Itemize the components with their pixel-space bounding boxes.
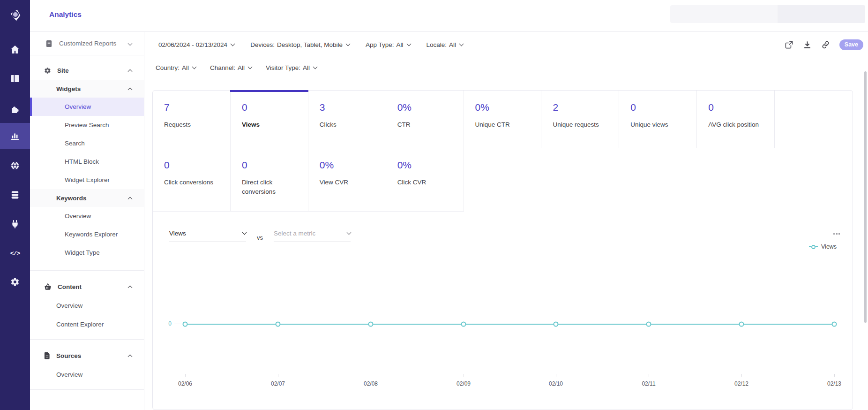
- blurred-account-area: [670, 5, 865, 23]
- download-button[interactable]: [803, 40, 812, 49]
- sidebar-item-preview-search[interactable]: Preview Search: [30, 116, 144, 134]
- sidebar-item-widget-type[interactable]: Widget Type: [30, 243, 144, 262]
- data-point-marker: [832, 322, 837, 327]
- metric-label: Views: [242, 120, 297, 129]
- download-icon: [803, 40, 812, 49]
- views-series-line: [185, 324, 834, 325]
- locale-filter-value: All: [449, 41, 456, 48]
- sidebar-item-content-overview[interactable]: Overview: [30, 296, 144, 315]
- icon-rail: </>: [0, 0, 30, 410]
- channel-filter-label: Channel:: [210, 64, 235, 71]
- sidebar-section-content[interactable]: Content: [30, 277, 144, 296]
- nav-home[interactable]: [0, 36, 30, 62]
- metric-value: 3: [320, 102, 379, 113]
- devices-filter-label: Devices:: [250, 41, 275, 48]
- nav-analytics[interactable]: [0, 123, 30, 149]
- metric-card-clicks[interactable]: 3 Clicks: [308, 91, 386, 148]
- metric-label: Unique CTR: [475, 120, 531, 129]
- nav-locales[interactable]: [0, 152, 30, 179]
- chevron-down-icon: [313, 65, 317, 69]
- locale-filter[interactable]: Locale: All: [427, 41, 464, 48]
- channel-filter[interactable]: Channel: All: [210, 64, 252, 71]
- metric-card-direct-click-conversions[interactable]: 0 Direct click conversions: [231, 148, 308, 212]
- country-filter-value: All: [182, 64, 189, 71]
- chevron-up-icon: [128, 197, 133, 201]
- sidebar-divider: [30, 270, 144, 271]
- x-axis-label: 02/06: [178, 380, 192, 387]
- save-button[interactable]: Save: [839, 39, 863, 50]
- chevron-up-icon: [128, 87, 133, 92]
- visitor-type-filter[interactable]: Visitor Type: All: [266, 64, 317, 71]
- metric-label: Unique views: [630, 120, 686, 129]
- metric-card-avg-click-position[interactable]: 0 AVG click position: [697, 91, 775, 148]
- sidebar-item-sources-overview[interactable]: Overview: [30, 365, 144, 384]
- nav-developer[interactable]: </>: [0, 240, 30, 266]
- copy-link-button[interactable]: [821, 40, 831, 49]
- more-options-icon: [833, 233, 835, 235]
- y-axis-tick: 0: [162, 320, 172, 327]
- metric-card-unique-requests[interactable]: 2 Unique requests: [541, 91, 619, 148]
- compare-metric-select[interactable]: Select a metric: [274, 230, 351, 242]
- data-point-marker: [554, 322, 559, 327]
- metric-value: 0: [242, 102, 301, 113]
- y-axis-dash: [174, 324, 181, 324]
- share-button[interactable]: [785, 40, 794, 49]
- nav-layout[interactable]: [0, 65, 30, 91]
- sidebar-item-search[interactable]: Search: [30, 134, 144, 152]
- sidebar-item-widget-explorer[interactable]: Widget Explorer: [30, 171, 144, 189]
- item-label: Preview Search: [65, 121, 109, 129]
- sidebar-section-sources[interactable]: Sources: [30, 346, 144, 365]
- sidebar-item-html-block[interactable]: HTML Block: [30, 152, 144, 171]
- metric-card-views[interactable]: 0 Views: [231, 91, 308, 148]
- database-icon: [10, 190, 20, 199]
- home-icon: [10, 45, 20, 54]
- legend-item-views[interactable]: Views: [809, 243, 837, 250]
- metric-value: 2: [553, 102, 612, 113]
- share-icon: [785, 40, 793, 49]
- nav-settings[interactable]: [0, 269, 30, 295]
- puzzle-icon: [10, 104, 20, 114]
- nav-data[interactable]: [0, 182, 30, 208]
- chevron-up-icon: [128, 285, 133, 290]
- metric-card-ctr[interactable]: 0% CTR: [386, 91, 464, 148]
- sidebar-item-keywords-overview[interactable]: Overview: [30, 207, 144, 225]
- sidebar-item-content-explorer[interactable]: Content Explorer: [30, 315, 144, 334]
- data-point-marker: [646, 322, 651, 327]
- country-filter[interactable]: Country: All: [156, 64, 196, 71]
- nav-widgets[interactable]: [0, 96, 30, 122]
- data-point-marker: [739, 322, 744, 327]
- metric-card-click-conversions[interactable]: 0 Click conversions: [153, 148, 231, 212]
- metric-card-unique-ctr[interactable]: 0% Unique CTR: [464, 91, 542, 148]
- x-axis-tick: [834, 374, 835, 377]
- metric-card-click-cvr[interactable]: 0% Click CVR: [386, 148, 464, 212]
- metric-value: 0: [242, 159, 301, 171]
- filter-toolbar: 02/06/2024 - 02/13/2024 Devices: Desktop…: [144, 32, 868, 57]
- vs-label: vs: [257, 234, 263, 241]
- x-axis-label: 02/12: [734, 380, 748, 387]
- nav-integrations[interactable]: [0, 211, 30, 237]
- app-type-filter[interactable]: App Type: All: [366, 41, 411, 48]
- app-logo[interactable]: [0, 1, 30, 29]
- sidebar-section-site[interactable]: Site: [30, 61, 144, 80]
- sidebar-item-keywords-explorer[interactable]: Keywords Explorer: [30, 225, 144, 243]
- report-selector[interactable]: Customized Reports: [30, 32, 144, 55]
- sidebar-item-widgets-overview[interactable]: Overview: [30, 98, 144, 116]
- sidebar-subsection-keywords[interactable]: Keywords: [30, 189, 144, 207]
- vertical-scrollbar[interactable]: [864, 71, 867, 323]
- date-range-picker[interactable]: 02/06/2024 - 02/13/2024: [158, 41, 234, 48]
- channel-filter-value: All: [238, 64, 245, 71]
- metric-card-requests[interactable]: 7 Requests: [153, 91, 231, 148]
- metric-card-unique-views[interactable]: 0 Unique views: [619, 91, 697, 148]
- x-axis-label: 02/10: [549, 380, 563, 387]
- book-icon: [45, 40, 52, 47]
- link-icon: [821, 40, 830, 49]
- sidebar-subsection-widgets[interactable]: Widgets: [30, 80, 144, 98]
- devices-filter[interactable]: Devices: Desktop, Tablet, Mobile: [250, 41, 350, 48]
- visitor-type-filter-value: All: [303, 64, 310, 71]
- chart-more-options-button[interactable]: [831, 231, 842, 236]
- metric-card-view-cvr[interactable]: 0% View CVR: [308, 148, 386, 212]
- primary-metric-select[interactable]: Views: [169, 230, 246, 242]
- data-point-marker: [276, 322, 281, 327]
- sidebar-divider: [30, 389, 144, 390]
- chevron-down-icon: [242, 230, 247, 235]
